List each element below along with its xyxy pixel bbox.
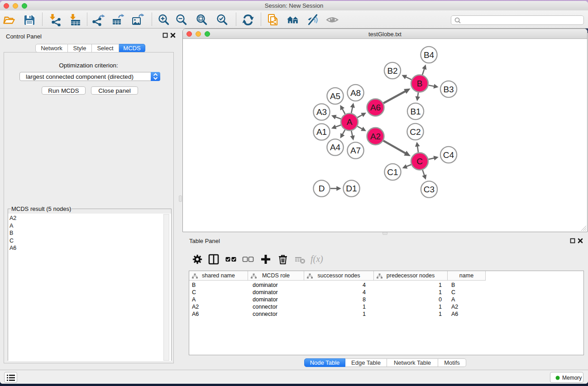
svg-text:B2: B2 [387,66,397,76]
svg-text:D: D [319,184,325,193]
svg-text:C2: C2 [410,127,421,137]
svg-text:C: C [416,157,423,166]
svg-text:B4: B4 [424,50,435,60]
svg-text:A5: A5 [330,91,340,101]
svg-text:A6: A6 [370,103,381,112]
svg-text:C3: C3 [424,185,435,194]
svg-text:A4: A4 [330,143,341,152]
svg-text:A7: A7 [350,146,361,155]
svg-text:A3: A3 [316,107,327,117]
svg-text:A2: A2 [370,132,381,141]
svg-text:B1: B1 [410,107,421,116]
svg-text:A: A [347,117,353,127]
svg-text:A8: A8 [350,88,361,98]
svg-text:B3: B3 [443,85,454,94]
svg-text:A1: A1 [316,127,327,137]
svg-text:C4: C4 [443,150,454,160]
svg-text:C1: C1 [387,167,398,177]
svg-text:D1: D1 [346,184,357,193]
svg-text:B: B [417,79,423,88]
